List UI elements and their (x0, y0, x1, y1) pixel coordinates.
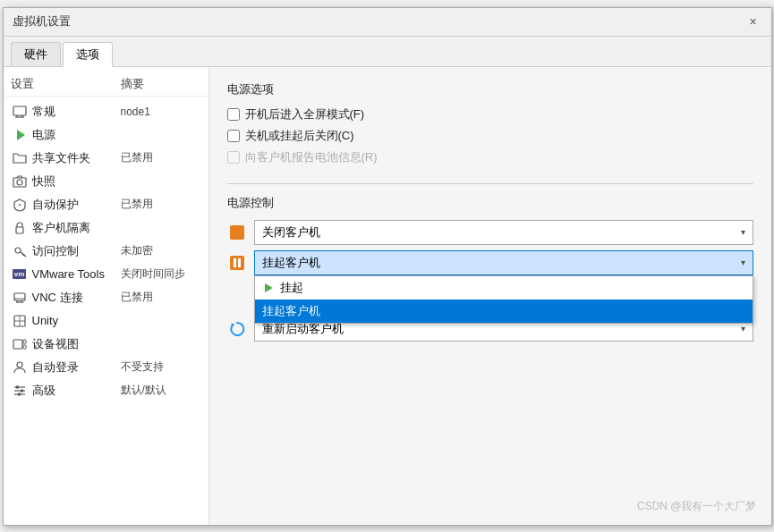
unity-icon (11, 312, 29, 330)
item-value-shared-folders: 已禁用 (121, 150, 201, 165)
list-item-auto-protect[interactable]: 自动保护 已禁用 (4, 193, 208, 216)
svg-rect-29 (18, 393, 21, 395)
list-item-access-control[interactable]: 访问控制 未加密 (4, 240, 208, 263)
svg-marker-4 (17, 130, 25, 140)
svg-rect-8 (16, 227, 23, 233)
checkbox-row-battery: 向客户机报告电池信息(R) (227, 149, 753, 165)
content-area: 设置 摘要 常规 node1 电源 (4, 67, 771, 525)
shutdown-control-row: 关闭客户机 ▾ (227, 220, 753, 245)
restart-arrow-icon: ▾ (741, 324, 745, 334)
shield-icon (11, 196, 29, 214)
dropdown-item-suspend-label: 挂起 (280, 280, 303, 296)
close-after-suspend-checkbox[interactable] (227, 130, 240, 142)
tab-options[interactable]: 选项 (63, 42, 113, 67)
list-item-shared-folders[interactable]: 共享文件夹 已禁用 (4, 147, 208, 170)
svg-marker-30 (265, 283, 273, 292)
shutdown-dropdown[interactable]: 关闭客户机 ▾ (254, 220, 753, 245)
item-label-device-view: 设备视图 (32, 336, 121, 352)
svg-rect-28 (21, 389, 23, 392)
item-value-auto-login: 不受支持 (121, 359, 201, 375)
item-label-auto-protect: 自动保护 (32, 197, 121, 213)
suspend-icon (227, 253, 247, 273)
checkbox-row-close: 关机或挂起后关闭(C) (227, 128, 753, 144)
camera-icon (11, 173, 29, 190)
svg-rect-12 (14, 293, 25, 300)
fullscreen-checkbox[interactable] (227, 108, 240, 121)
item-value-auto-protect: 已禁用 (121, 197, 201, 212)
battery-info-label: 向客户机报告电池信息(R) (245, 149, 378, 165)
power-control-section: 电源控制 关闭客户机 ▾ (227, 195, 753, 342)
svg-rect-20 (13, 340, 22, 349)
item-label-auto-login: 自动登录 (32, 359, 121, 376)
svg-rect-0 (13, 106, 26, 115)
title-bar: 虚拟机设置 × (4, 8, 771, 37)
window-title: 虚拟机设置 (13, 13, 71, 30)
svg-rect-22 (23, 345, 26, 349)
shutdown-icon (227, 223, 247, 242)
checkbox-row-fullscreen: 开机后进入全屏模式(F) (227, 106, 753, 122)
device-view-icon (11, 335, 29, 353)
main-window: 虚拟机设置 × 硬件 选项 设置 摘要 常规 node1 (3, 7, 772, 526)
dropdown-item-suspend-guest-label: 挂起客户机 (262, 304, 320, 317)
item-label-general: 常规 (32, 104, 121, 120)
list-item-general[interactable]: 常规 node1 (4, 100, 208, 123)
item-value-vmware-tools: 关闭时间同步 (121, 266, 201, 282)
dropdown-item-suspend-guest[interactable]: 挂起客户机 (255, 300, 753, 323)
user-icon (11, 359, 29, 376)
tab-hardware[interactable]: 硬件 (11, 42, 61, 66)
list-item-power[interactable]: 电源 (4, 123, 208, 147)
item-label-vnc: VNC 连接 (32, 290, 121, 306)
item-value-general: node1 (121, 106, 201, 118)
item-label-unity: Unity (32, 314, 121, 327)
header-summary: 摘要 (121, 76, 201, 92)
shutdown-label: 关闭客户机 (262, 224, 320, 241)
svg-point-6 (17, 180, 22, 185)
suspend-arrow-icon: ▾ (741, 258, 745, 267)
list-item-snapshot[interactable]: 快照 (4, 170, 208, 193)
power-options-title: 电源选项 (227, 81, 753, 97)
svg-rect-21 (23, 340, 26, 343)
vmware-icon: vm (11, 266, 29, 283)
list-item-vnc[interactable]: VNC 连接 已禁用 (4, 286, 208, 309)
svg-point-7 (19, 204, 21, 206)
list-item-advanced[interactable]: 高级 默认/默认 (4, 379, 208, 402)
item-value-vnc: 已禁用 (121, 290, 201, 305)
power-options-section: 电源选项 开机后进入全屏模式(F) 关机或挂起后关闭(C) 向客户机报告电池信息… (227, 81, 753, 165)
key-icon (11, 242, 29, 260)
svg-point-9 (15, 248, 21, 253)
list-item-guest-isolation[interactable]: 客户机隔离 (4, 216, 208, 240)
power-control-title: 电源控制 (227, 195, 753, 211)
header-setting: 设置 (11, 76, 121, 92)
dropdown-item-suspend[interactable]: 挂起 (255, 276, 753, 300)
panel-header: 设置 摘要 (4, 74, 208, 97)
item-label-advanced: 高级 (32, 383, 121, 399)
list-item-device-view[interactable]: 设备视图 (4, 333, 208, 356)
folder-icon (11, 149, 29, 167)
list-item-auto-login[interactable]: 自动登录 不受支持 (4, 356, 208, 379)
power-icon (11, 126, 29, 144)
item-label-power: 电源 (32, 127, 121, 143)
item-label-access-control: 访问控制 (32, 243, 121, 259)
advanced-icon (11, 382, 29, 400)
item-label-snapshot: 快照 (32, 173, 121, 190)
monitor-icon (11, 103, 29, 121)
close-after-suspend-label[interactable]: 关机或挂起后关闭(C) (245, 128, 354, 144)
fullscreen-label[interactable]: 开机后进入全屏模式(F) (245, 106, 365, 122)
vnc-icon (11, 289, 29, 307)
list-item-unity[interactable]: Unity (4, 309, 208, 333)
item-label-guest-isolation: 客户机隔离 (32, 220, 121, 236)
shutdown-arrow-icon: ▾ (741, 227, 745, 237)
svg-rect-27 (16, 385, 19, 388)
suspend-control-row: 挂起客户机 ▾ 挂起 挂起客户机 (227, 250, 753, 275)
tabs-bar: 硬件 选项 (4, 37, 771, 67)
suspend-label: 挂起客户机 (262, 255, 320, 271)
suspend-dropdown[interactable]: 挂起客户机 ▾ (254, 250, 753, 275)
left-panel: 设置 摘要 常规 node1 电源 (4, 67, 209, 525)
watermark: CSDN @我有一个大厂梦 (637, 499, 757, 514)
list-item-vmware-tools[interactable]: vm VMware Tools 关闭时间同步 (4, 263, 208, 286)
battery-info-checkbox (227, 151, 240, 164)
divider (227, 183, 753, 184)
item-value-access-control: 未加密 (121, 243, 201, 258)
close-button[interactable]: × (744, 13, 762, 30)
item-value-advanced: 默认/默认 (121, 383, 201, 398)
